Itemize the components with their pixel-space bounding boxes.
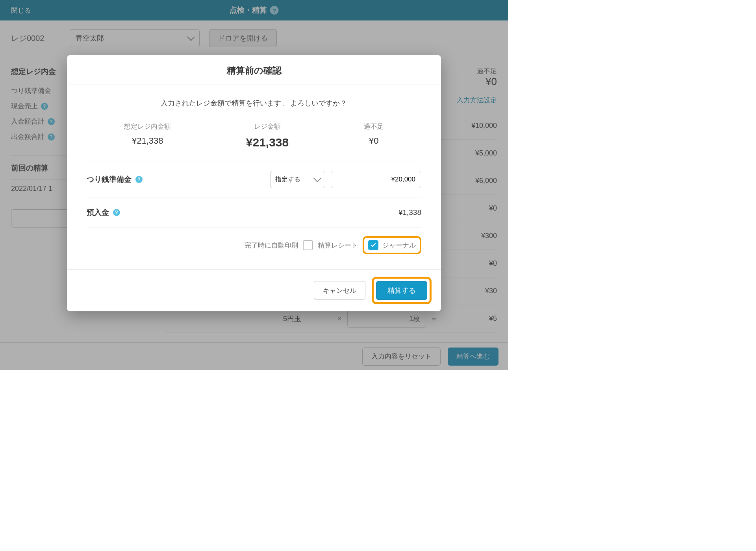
confirm-button[interactable]: 精算する <box>376 281 427 300</box>
modal-header: 精算前の確認 <box>67 55 441 85</box>
deposit-label: 預入金 <box>87 207 109 218</box>
summary-register-label: レジ金額 <box>246 122 289 131</box>
deposit-row: 預入金 ? ¥1,338 <box>87 198 421 227</box>
change-fund-select-value: 指定する <box>275 176 300 184</box>
journal-highlight: ジャーナル <box>363 236 421 254</box>
summary-register: レジ金額 ¥21,338 <box>246 122 289 149</box>
summary-expected: 想定レジ内金額 ¥21,338 <box>124 122 171 149</box>
summary-diff: 過不足 ¥0 <box>364 122 384 149</box>
journal-checkbox[interactable] <box>368 240 378 250</box>
receipt-checkbox-label: 精算レシート <box>318 241 358 250</box>
confirm-highlight: 精算する <box>372 277 432 304</box>
deposit-value: ¥1,338 <box>398 208 421 217</box>
auto-print-label: 完了時に自動印刷 <box>245 241 298 250</box>
page-root: 閉じる 点検・精算 ? レジ0002 青空太郎 ドロアを開ける 想定レジ内金 つ… <box>0 0 508 370</box>
summary-register-value: ¥21,338 <box>246 136 289 149</box>
modal-footer: キャンセル 精算する <box>67 269 441 311</box>
chevron-down-icon <box>313 174 321 182</box>
confirm-modal: 精算前の確認 入力されたレジ金額で精算を行います。 よろしいですか？ 想定レジ内… <box>67 55 441 311</box>
modal-body: 入力されたレジ金額で精算を行います。 よろしいですか？ 想定レジ内金額 ¥21,… <box>67 85 441 269</box>
journal-checkbox-label: ジャーナル <box>382 241 416 250</box>
change-fund-select[interactable]: 指定する <box>270 171 325 188</box>
receipt-checkbox[interactable] <box>303 240 313 250</box>
modal-message: 入力されたレジ金額で精算を行います。 よろしいですか？ <box>87 98 421 108</box>
auto-print-row: 完了時に自動印刷 精算レシート ジャーナル <box>87 227 421 265</box>
help-icon[interactable]: ? <box>135 176 143 183</box>
help-icon[interactable]: ? <box>113 209 120 216</box>
summary-diff-label: 過不足 <box>364 122 384 131</box>
summary-diff-value: ¥0 <box>364 136 384 146</box>
modal-title: 精算前の確認 <box>67 65 441 77</box>
summary-columns: 想定レジ内金額 ¥21,338 レジ金額 ¥21,338 過不足 ¥0 <box>87 122 421 161</box>
summary-expected-label: 想定レジ内金額 <box>124 122 171 131</box>
change-fund-label: つり銭準備金 <box>87 174 132 185</box>
cancel-button[interactable]: キャンセル <box>314 281 365 300</box>
change-fund-row: つり銭準備金 ? 指定する <box>87 161 421 198</box>
change-fund-input[interactable] <box>331 171 421 188</box>
summary-expected-value: ¥21,338 <box>124 136 171 146</box>
